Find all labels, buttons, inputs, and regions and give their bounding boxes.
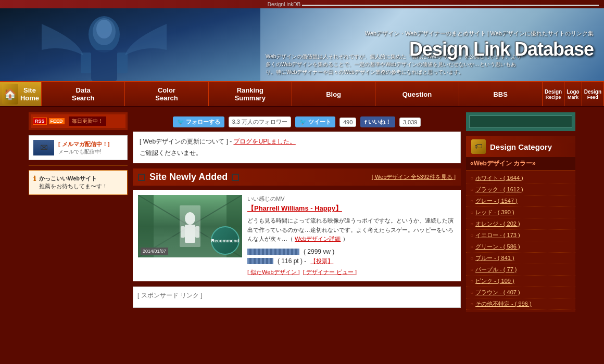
recommend-box: ℹ かっこいいWebサイト 推薦をお待ちしてま〜す！ (29, 170, 128, 195)
nav-design-feed-label: Design (584, 89, 601, 95)
color-link[interactable]: グレー - ( 1547 ) (475, 197, 518, 205)
list-item: グレー - ( 1547 ) (466, 196, 575, 207)
nav-item-blog[interactable]: Blog (292, 82, 375, 106)
color-link[interactable]: イエロー - ( 173 ) (475, 231, 520, 239)
designer-view-link[interactable]: [ デザイナー ビュー ] (303, 268, 357, 276)
mail-subtitle: メールでも配信中! (58, 148, 109, 155)
header-content: Webデザイン・Webデザイナーのまとめサイト | Webデザインに優れたサイト… (365, 30, 594, 60)
color-category-list: ホワイト - ( 1644 )ブラック - ( 1612 )グレー - ( 15… (466, 171, 575, 312)
left-sidebar: RSS FEED 毎日更新中！ ✉ [ メルマガ配信中！] メールでも配信中! (29, 112, 128, 316)
category-header: 🏷 Design Category (466, 136, 575, 157)
color-link[interactable]: ブラウン - ( 407 ) (475, 289, 520, 296)
header-subtitle: Webデザイン・Webデザイナーのまとめサイト | Webデザインに優れたサイト… (365, 30, 594, 37)
list-item: レッド - ( 390 ) (466, 207, 575, 218)
nav-design-recipe-sublabel: Recipe (546, 95, 561, 100)
tweet-bird-icon: 🐦 (299, 119, 307, 125)
svg-rect-2 (91, 50, 117, 81)
nav-item-data-search[interactable]: DataSearch (42, 82, 125, 106)
facebook-like-button[interactable]: f いいね！ (360, 116, 395, 127)
vote-link[interactable]: 【投票】 (310, 257, 333, 265)
home-icon: 🏠 (2, 84, 18, 105)
color-link[interactable]: レッド - ( 390 ) (475, 209, 514, 216)
color-link[interactable]: その他不特定 - ( 996 ) (475, 300, 532, 308)
mail-title: [ メルマガ配信中！] (58, 140, 109, 148)
color-link[interactable]: ブラック - ( 1612 ) (475, 186, 523, 193)
sponsor-box: [ スポンサード リンク ] (133, 287, 461, 308)
nav-item-bbs[interactable]: BBS (459, 82, 543, 106)
color-category-section: «Webデザイン カラー» ホワイト - ( 1644 )ブラック - ( 16… (466, 157, 575, 312)
section-square-icon (138, 174, 145, 181)
stat-bar-views: ( 2999 vw ) (247, 248, 456, 255)
like-label: いいね！ (368, 118, 391, 126)
topbar-text: DesignLinkDB ▬▬▬▬▬▬▬▬▬▬▬▬▬▬▬▬▬▬▬▬▬▬▬▬▬▬▬… (268, 2, 599, 7)
update-text: 毎日更新中！ (69, 116, 106, 126)
fb-icon: f (364, 119, 367, 125)
list-item: ブラウン - ( 407 ) (466, 287, 575, 298)
section-header: Site Newly Added [ Webデザイン 全5392件を見る ] (133, 168, 461, 186)
nav-item-home[interactable]: 🏠 SiteHome (0, 82, 42, 106)
nav-item-logo-mark[interactable]: Logo Mark (564, 82, 582, 106)
followers-count: 3.3 万人のフォロワー (229, 116, 291, 127)
similar-designs-link[interactable]: [ 似たWebデザイン ] (247, 268, 300, 276)
list-item: ピンク - ( 109 ) (466, 276, 575, 287)
list-item: パープル - ( 77 ) (466, 264, 575, 276)
nav-ranking-label: RankingSummary (235, 86, 266, 102)
rss-label: RSS (33, 118, 47, 125)
svg-rect-16 (195, 226, 199, 238)
main-navigation: 🏠 SiteHome DataSearch ColorSearch Rankin… (0, 81, 604, 107)
color-link[interactable]: グリーン - ( 586 ) (475, 243, 520, 251)
search-box (466, 112, 575, 131)
views-bar (247, 249, 299, 255)
info-icon: ℹ (33, 175, 36, 183)
nav-item-color-search[interactable]: ColorSearch (125, 82, 208, 106)
news-stats: ( 2999 vw ) ( 116 pt ) - 【投票】 (247, 248, 456, 265)
notice-link[interactable]: ブログをUPLました。 (233, 138, 295, 145)
svg-rect-14 (185, 225, 195, 243)
nav-item-design-feed[interactable]: Design Feed (582, 82, 604, 106)
feed-label: FEED (49, 118, 65, 124)
nav-item-ranking[interactable]: RankingSummary (209, 82, 292, 106)
social-bar: 🐦 フォローする 3.3 万人のフォロワー 🐦 ツイート 490 f いいね！ … (133, 112, 461, 132)
tweet-button[interactable]: 🐦 ツイート (295, 116, 335, 127)
news-actions: [ 似たWebデザイン ] [ デザイナー ビュー ] (247, 268, 456, 276)
mail-box: ✉ [ メルマガ配信中！] メールでも配信中! (29, 135, 128, 160)
view-all-link[interactable]: [ Webデザイン 全5392件を見る ] (372, 173, 456, 181)
news-date: 2014/01/07 (143, 249, 166, 254)
views-text: ( 2999 vw ) (304, 248, 334, 255)
news-subtitle: いい感じのMV (247, 195, 456, 203)
nav-item-design-recipe[interactable]: Design Recipe (543, 82, 564, 106)
recommend-subtitle: 推薦をお待ちしてま〜す！ (39, 183, 108, 190)
header-background (0, 8, 260, 81)
top-bar: DesignLinkDB ▬▬▬▬▬▬▬▬▬▬▬▬▬▬▬▬▬▬▬▬▬▬▬▬▬▬▬… (0, 0, 604, 8)
nav-color-search-label: ColorSearch (155, 86, 178, 102)
recommend-content: かっこいいWebサイト 推薦をお待ちしてま〜す！ (39, 175, 108, 190)
color-link[interactable]: ブルー - ( 841 ) (475, 254, 514, 262)
list-item: ホワイト - ( 1644 ) (466, 173, 575, 184)
news-date-badge: 2014/01/07 (141, 248, 168, 255)
twitter-follow-button[interactable]: 🐦 フォローする (173, 116, 224, 127)
news-title-link[interactable]: 【Pharrell Williams - Happy】 (247, 204, 456, 213)
svg-point-13 (185, 212, 195, 225)
rss-feed-box: RSS FEED 毎日更新中！ (29, 112, 128, 130)
points-text: ( 116 pt ) - (278, 257, 306, 265)
nav-home-label: SiteHome (20, 86, 39, 102)
tweet-count: 490 (339, 118, 356, 127)
svg-rect-4 (117, 53, 128, 73)
list-item: オレンジ - ( 202 ) (466, 218, 575, 230)
color-link[interactable]: パープル - ( 77 ) (475, 266, 517, 274)
color-link[interactable]: ピンク - ( 109 ) (475, 277, 514, 285)
search-input[interactable] (469, 115, 572, 128)
center-content: 🐦 フォローする 3.3 万人のフォロワー 🐦 ツイート 490 f いいね！ … (133, 112, 461, 316)
color-link[interactable]: ホワイト - ( 1644 ) (475, 174, 523, 182)
follow-label: フォローする (186, 118, 220, 126)
nav-logo-mark-label: Logo (567, 89, 579, 95)
nav-item-question[interactable]: Question (375, 82, 459, 106)
news-detail-link[interactable]: Webデザイン詳細 (295, 236, 341, 242)
sponsor-title: [ スポンサード リンク ] (137, 291, 456, 300)
color-link[interactable]: オレンジ - ( 202 ) (475, 220, 520, 228)
news-body-text: どうも見る時間によって流れる映像が違うっポイですな。というか、連続した演出で作っ… (247, 217, 454, 242)
header-decoration (0, 8, 260, 81)
category-icon: 🏷 (471, 139, 486, 154)
list-item: ブラック - ( 1612 ) (466, 184, 575, 196)
nav-question-label: Question (402, 90, 432, 98)
